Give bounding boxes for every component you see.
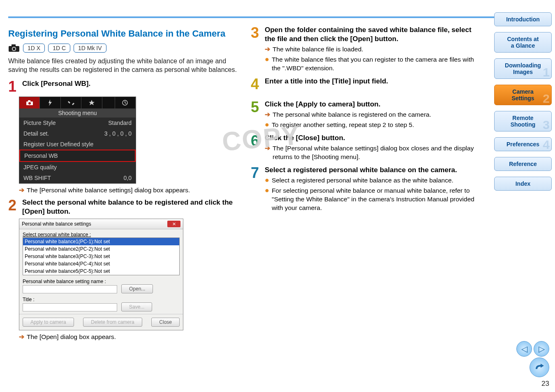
camera-compat-tags: 1D X 1D C 1D Mk IV xyxy=(8,44,238,53)
step-number-5: 5 xyxy=(251,100,261,130)
arrow-icon: ➔ xyxy=(265,144,270,161)
step6-title: Click the [Close] button. xyxy=(265,134,477,143)
step-number-3: 3 xyxy=(251,25,261,74)
nav-downloading-images[interactable]: DownloadingImages1 xyxy=(494,58,552,79)
pwb-dialog: Personal white balance settings ✕ Select… xyxy=(19,219,183,330)
step-number-4: 4 xyxy=(251,77,261,92)
svg-point-6 xyxy=(28,102,31,104)
step3-title: Open the folder containing the saved whi… xyxy=(265,25,477,44)
arrow-icon: ➔ xyxy=(265,45,270,54)
menu-row-personal-wb[interactable]: Personal WB xyxy=(19,150,136,162)
step6-sub-a: The [Personal white balance settings] di… xyxy=(273,144,477,161)
step-number-1: 1 xyxy=(8,79,18,94)
back-button[interactable] xyxy=(530,357,549,377)
svg-marker-7 xyxy=(49,99,52,106)
menu-tab-tools[interactable] xyxy=(61,97,81,108)
nav-camera-settings[interactable]: CameraSettings2 xyxy=(494,85,552,105)
camera-tag: 1D C xyxy=(48,44,70,53)
next-page-button[interactable]: ▷ xyxy=(534,341,549,357)
svg-rect-1 xyxy=(12,44,16,46)
svg-rect-5 xyxy=(28,100,30,102)
nav-preferences[interactable]: Preferences4 xyxy=(494,137,552,151)
page-number: 23 xyxy=(516,380,549,388)
step-number-7: 7 xyxy=(251,166,261,213)
camera-icon xyxy=(8,44,20,52)
menu-row[interactable]: Picture StyleStandard xyxy=(19,118,136,128)
step5-title: Click the [Apply to camera] button. xyxy=(265,100,477,109)
open-button[interactable]: Open... xyxy=(121,284,153,293)
nav-introduction[interactable]: Introduction xyxy=(494,12,552,26)
shooting-menu-panel: Shooting menu Picture StyleStandard Deta… xyxy=(19,97,136,184)
step1-sub: The [Personal white balance settings] di… xyxy=(27,186,190,195)
step2-sub: The [Open] dialog box appears. xyxy=(27,333,116,341)
svg-point-3 xyxy=(13,47,16,50)
menu-tab-flash[interactable] xyxy=(40,97,60,108)
step7-title: Select a registered personal white balan… xyxy=(265,166,477,175)
title-input[interactable] xyxy=(23,303,117,311)
nav-index[interactable]: Index xyxy=(494,177,552,191)
bullet-icon: ● xyxy=(265,55,269,73)
list-item[interactable]: Personal white balance3(PC-3):Not set xyxy=(23,253,179,260)
menu-subtitle: Shooting menu xyxy=(19,108,136,118)
close-icon[interactable]: ✕ xyxy=(167,221,180,227)
intro-paragraph: White balance files created by adjusting… xyxy=(8,57,238,74)
title-label: Title : xyxy=(23,297,180,302)
step7-sub-a: Select a registered personal white balan… xyxy=(272,176,453,185)
step5-sub-b: To register another setting, repeat step… xyxy=(272,121,414,129)
bullet-icon: ● xyxy=(265,176,269,185)
prev-page-button[interactable]: ◁ xyxy=(516,341,532,357)
camera-tag: 1D X xyxy=(23,44,45,53)
delete-button[interactable]: Delete from camera xyxy=(83,318,142,327)
menu-tab-star[interactable] xyxy=(81,97,102,108)
menu-row[interactable]: Register User Defined style xyxy=(19,139,136,150)
list-item[interactable]: Personal white balance2(PC-2):Not set xyxy=(23,245,179,253)
section-title: Registering Personal White Balance in th… xyxy=(8,28,238,39)
step4-title: Enter a title into the [Title] input fie… xyxy=(265,77,477,86)
dialog-title: Personal white balance settings xyxy=(22,221,91,227)
bullet-icon: ● xyxy=(265,121,269,129)
step3-sub-a: The white balance file is loaded. xyxy=(273,45,363,54)
nav-remote-shooting[interactable]: RemoteShooting3 xyxy=(494,111,552,131)
step7-sub-b: For selecting personal white balance or … xyxy=(272,187,477,212)
arrow-icon: ➔ xyxy=(19,333,24,341)
arrow-icon: ➔ xyxy=(265,111,270,119)
step-number-2: 2 xyxy=(8,198,18,216)
menu-row[interactable]: Detail set.3 , 0 , 0 , 0 xyxy=(19,128,136,139)
dialog-section-label: Select personal white balance : xyxy=(23,232,180,238)
name-label: Personal white balance setting name : xyxy=(23,279,180,284)
apply-button[interactable]: Apply to camera xyxy=(23,318,74,327)
name-input[interactable] xyxy=(23,285,117,293)
menu-tab-clock[interactable] xyxy=(115,97,136,108)
nav-reference[interactable]: Reference xyxy=(494,157,552,171)
pwb-list[interactable]: Personal white balance1(PC-1):Not set Pe… xyxy=(23,238,180,275)
menu-row[interactable]: JPEG quality xyxy=(19,162,136,173)
menu-tab-camera[interactable] xyxy=(19,97,40,108)
step5-sub-a: The personal white balance is registered… xyxy=(273,111,431,119)
list-item[interactable]: Personal white balance1(PC-1):Not set xyxy=(23,238,179,245)
step2-title: Select the personal white balance to be … xyxy=(22,198,238,216)
step-number-6: 6 xyxy=(251,134,261,162)
camera-tag: 1D Mk IV xyxy=(74,44,106,53)
save-button[interactable]: Save... xyxy=(121,302,152,311)
close-button[interactable]: Close xyxy=(151,318,180,327)
arrow-icon: ➔ xyxy=(19,186,24,195)
step1-title: Click [Personal WB]. xyxy=(22,79,238,88)
list-item[interactable]: Personal white balance5(PC-5):Not set xyxy=(23,267,179,275)
nav-contents[interactable]: Contents ata Glance xyxy=(494,32,552,53)
list-item[interactable]: Personal white balance4(PC-4):Not set xyxy=(23,260,179,267)
svg-marker-8 xyxy=(89,100,95,105)
bullet-icon: ● xyxy=(265,187,269,212)
step3-sub-b: The white balance files that you can reg… xyxy=(272,55,477,73)
menu-row[interactable]: WB SHIFT0,0 xyxy=(19,173,136,183)
